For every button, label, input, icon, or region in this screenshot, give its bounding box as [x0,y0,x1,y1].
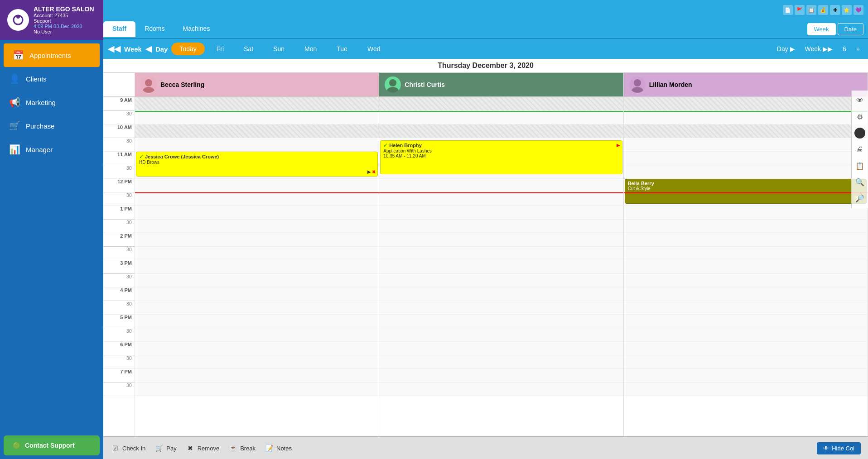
remove-button[interactable]: ✖ Remove [186,444,219,453]
contact-support-button[interactable]: 🟢 Contact Support [4,435,100,455]
star-icon[interactable]: ⭐ [842,5,852,15]
grid-slot[interactable] [135,206,379,220]
back-day-label[interactable]: Day [155,45,168,53]
grid-slot[interactable] [624,247,868,260]
grid-slot[interactable] [624,220,868,233]
today-button[interactable]: Today [171,43,204,55]
dark-circle-icon[interactable] [854,128,865,139]
grid-slot[interactable] [135,220,379,233]
notes-button[interactable]: 📝 Notes [265,444,292,453]
grid-slot[interactable] [379,260,623,274]
grid-slot[interactable] [135,260,379,274]
date-mode-button[interactable]: Date [838,23,863,35]
grid-slot[interactable] [135,382,379,396]
grid-slot[interactable] [624,328,868,342]
sun-button[interactable]: Sun [265,43,293,55]
grid-slot[interactable] [624,206,868,220]
grid-slot[interactable] [624,355,868,369]
grid-slot[interactable] [624,315,868,328]
hide-col-button[interactable]: 👁 Hide Col [817,442,861,454]
grid-slot[interactable] [135,179,379,192]
tab-staff[interactable]: Staff [103,21,135,37]
sidebar-item-clients[interactable]: 👤 Clients [0,67,103,91]
grid-slot[interactable] [624,165,868,179]
clipboard-icon[interactable]: 📋 [806,5,816,15]
grid-slot[interactable] [135,369,379,382]
dollar-icon[interactable]: 💰 [818,5,828,15]
day-view-btn[interactable]: Day ▶ [773,43,799,54]
break-button[interactable]: ☕ Break [228,444,256,453]
zoom-icon[interactable]: 👁 [854,94,866,107]
grid-slot[interactable] [624,301,868,315]
grid-slot[interactable] [135,342,379,355]
grid-slot[interactable] [624,233,868,247]
appointment-jessica-crowe[interactable]: ✓ Jessica Crowe (Jessica Crowe) HD Brows… [136,152,378,177]
grid-slot[interactable] [624,369,868,382]
fri-button[interactable]: Fri [208,43,232,55]
grid-slot[interactable] [135,315,379,328]
print-icon[interactable]: 🖨 [854,143,866,156]
staff-column-christi[interactable]: ✓ Helen Brophy Application With Lashes 1… [379,97,623,436]
doc-icon[interactable]: 📄 [783,5,793,15]
grid-slot[interactable] [624,260,868,274]
grid-slot[interactable] [624,111,868,124]
zoom-out-icon[interactable]: 🔍 [854,176,866,188]
grid-slot[interactable] [624,138,868,152]
sat-button[interactable]: Sat [236,43,261,55]
grid-slot[interactable] [379,315,623,328]
back-day-arrow[interactable]: ◀ [145,44,152,54]
week-view-btn[interactable]: Week ▶▶ [801,43,836,54]
grid-slot[interactable] [135,247,379,260]
add-col-btn[interactable]: + [853,43,863,54]
flag-icon[interactable]: 🚩 [795,5,805,15]
grid-slot[interactable] [379,287,623,301]
grid-slot[interactable] [135,233,379,247]
grid-slot[interactable] [379,206,623,220]
grid-slot[interactable] [624,274,868,287]
grid-slot[interactable] [379,179,623,192]
grid-slot[interactable] [379,247,623,260]
grid-slot[interactable] [624,342,868,355]
appointment-bella-berry[interactable]: Bella Berry Cut & Style $ ▶ [625,179,867,204]
staff-column-becca[interactable]: ✓ Jessica Crowe (Jessica Crowe) HD Brows… [135,97,379,436]
grid-slot[interactable] [379,220,623,233]
grid-slot[interactable] [379,192,623,206]
mon-button[interactable]: Mon [296,43,325,55]
col-count[interactable]: 6 [839,43,850,54]
grid-slot[interactable] [379,301,623,315]
grid-slot[interactable] [624,382,868,396]
grid-slot[interactable] [379,382,623,396]
back-week-label[interactable]: Week [124,45,142,53]
grid-slot[interactable] [624,287,868,301]
grid-slot[interactable] [379,355,623,369]
grid-slot[interactable] [135,328,379,342]
appointment-helen-brophy[interactable]: ✓ Helen Brophy Application With Lashes 1… [380,140,622,174]
grid-slot[interactable] [624,152,868,165]
back-week-arrow[interactable]: ◀◀ [108,44,121,54]
clipboard2-icon[interactable]: 📋 [854,159,866,172]
pay-button[interactable]: 🛒 Pay [154,444,176,453]
grid-slot[interactable] [135,192,379,206]
sidebar-item-purchase[interactable]: 🛒 Purchase [0,114,103,138]
grid-slot[interactable] [379,111,623,124]
grid-slot[interactable] [135,355,379,369]
grid-slot[interactable] [135,274,379,287]
settings-icon[interactable]: ⚙ [854,110,866,123]
tab-rooms[interactable]: Rooms [135,21,174,37]
tue-button[interactable]: Tue [328,43,356,55]
tab-machines[interactable]: Machines [174,21,219,37]
grid-slot[interactable] [379,274,623,287]
grid-slot[interactable] [379,233,623,247]
grid-slot[interactable] [135,111,379,124]
week-mode-button[interactable]: Week [807,23,836,35]
grid-slot[interactable] [379,328,623,342]
grid-slot[interactable] [135,138,379,152]
sidebar-item-marketing[interactable]: 📢 Marketing [0,91,103,114]
staff-column-lillian[interactable]: Bella Berry Cut & Style $ ▶ [624,97,868,436]
grid-slot[interactable] [135,301,379,315]
grid-slot[interactable] [379,369,623,382]
grid-slot[interactable] [379,342,623,355]
grid-slot[interactable] [135,287,379,301]
zoom-in-icon[interactable]: 🔎 [854,192,866,205]
heart-icon[interactable]: 💜 [854,5,863,15]
